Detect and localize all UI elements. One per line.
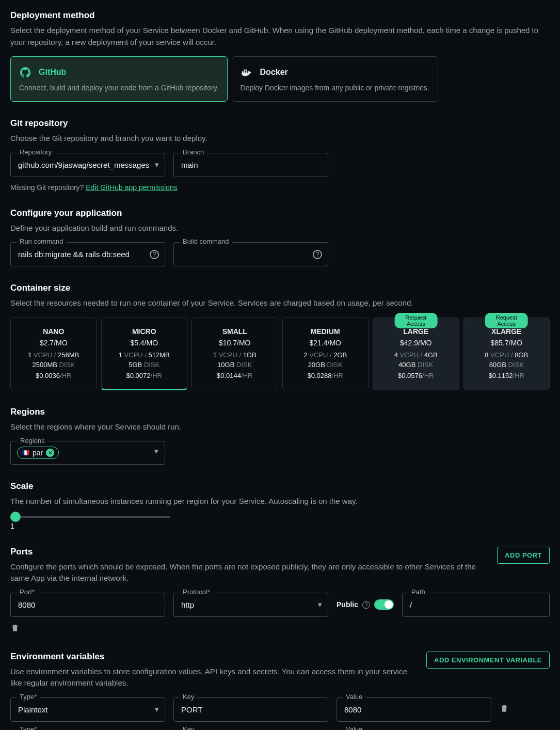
flag-icon: 🇫🇷 bbox=[22, 449, 29, 456]
size-hr: $0.1152/HR bbox=[468, 372, 546, 379]
env-value-input[interactable] bbox=[337, 697, 491, 722]
size-name: NANO bbox=[15, 327, 92, 336]
size-cpu: 1 VCPU / 1GB bbox=[196, 351, 274, 359]
add-env-button[interactable]: ADD ENVIRONMENT VARIABLE bbox=[426, 652, 550, 669]
protocol-input[interactable] bbox=[173, 593, 328, 617]
repo-label: Repository bbox=[17, 148, 55, 156]
deployment-section: Deployment method Select the deployment … bbox=[10, 10, 550, 102]
git-hint-prefix: Missing Git repository? bbox=[10, 183, 86, 192]
size-disk: 10GB DISK bbox=[196, 361, 274, 369]
env-type-label: Type* bbox=[17, 693, 40, 701]
edit-permissions-link[interactable]: Edit GitHub app permissions bbox=[86, 183, 177, 192]
scale-title: Scale bbox=[10, 481, 550, 491]
protocol-field: Protocol* ▾ bbox=[173, 593, 328, 617]
method-docker[interactable]: Docker Deploy Docker images from any pub… bbox=[232, 56, 438, 102]
size-card-small[interactable]: SMALL$10.7/MO1 VCPU / 1GB10GB DISK$0.014… bbox=[191, 318, 278, 390]
env-value-label: Value bbox=[343, 725, 365, 731]
size-name: MEDIUM bbox=[287, 327, 364, 336]
protocol-label: Protocol* bbox=[180, 588, 213, 596]
size-card-xlarge[interactable]: Request AccessXLARGE$85.7/MO8 VCPU / 8GB… bbox=[463, 318, 550, 390]
delete-port-button[interactable] bbox=[10, 624, 20, 634]
region-chip-label: par bbox=[33, 449, 43, 457]
method-github-title: GitHub bbox=[39, 68, 66, 77]
size-cards: NANO$2.7/MO1 VCPU / 256MB2500MB DISK$0.0… bbox=[10, 318, 550, 390]
regions-select[interactable]: Regions 🇫🇷 par ✕ ▾ bbox=[10, 441, 165, 465]
regions-title: Regions bbox=[10, 407, 550, 417]
size-price: $85.7/MO bbox=[468, 339, 546, 347]
size-disk: 20GB DISK bbox=[287, 361, 364, 369]
build-label: Build command bbox=[180, 237, 232, 245]
build-command-field: Build command ? bbox=[173, 242, 328, 266]
env-key-label: Key bbox=[180, 725, 197, 731]
port-label: Port* bbox=[17, 588, 38, 596]
build-input[interactable] bbox=[173, 242, 328, 266]
config-desc: Define your application build and run co… bbox=[10, 223, 550, 234]
git-desc: Choose the Git repository and branch you… bbox=[10, 133, 550, 145]
size-name: XLARGE bbox=[468, 327, 546, 336]
regions-section: Regions Select the regions where your Se… bbox=[10, 407, 550, 465]
remove-icon[interactable]: ✕ bbox=[46, 449, 54, 457]
size-hr: $0.0036/HR bbox=[15, 372, 92, 379]
run-label: Run command bbox=[17, 237, 67, 245]
help-icon[interactable]: ? bbox=[313, 250, 322, 259]
repo-input[interactable] bbox=[10, 153, 165, 177]
port-row: Port* Protocol* ▾ Public ? Path bbox=[10, 593, 550, 617]
git-hint: Missing Git repository? Edit GitHub app … bbox=[10, 183, 550, 192]
config-section: Configure your application Define your a… bbox=[10, 208, 550, 267]
public-toggle-wrap: Public ? bbox=[337, 599, 394, 610]
regions-label: Regions bbox=[17, 437, 48, 445]
region-chip[interactable]: 🇫🇷 par ✕ bbox=[17, 447, 59, 459]
branch-field: Branch bbox=[173, 153, 328, 177]
path-input[interactable] bbox=[402, 593, 550, 617]
slider-thumb[interactable] bbox=[10, 512, 21, 522]
size-cpu: 8 VCPU / 8GB bbox=[468, 351, 546, 359]
size-disk: 2500MB DISK bbox=[15, 361, 92, 369]
add-port-button[interactable]: ADD PORT bbox=[497, 547, 550, 564]
size-card-large[interactable]: Request AccessLARGE$42.9/MO4 VCPU / 4GB4… bbox=[373, 318, 459, 390]
size-cpu: 1 VCPU / 256MB bbox=[15, 351, 92, 359]
size-price: $42.9/MO bbox=[377, 339, 455, 347]
size-hr: $0.0072/HR bbox=[106, 372, 183, 379]
git-title: Git repository bbox=[10, 118, 550, 129]
size-cpu: 1 VCPU / 512MB bbox=[106, 351, 183, 359]
size-price: $5.4/MO bbox=[106, 339, 183, 347]
size-cpu: 2 VCPU / 2GB bbox=[287, 351, 364, 359]
env-section: Environment variables Use environment va… bbox=[10, 652, 550, 731]
run-input[interactable] bbox=[10, 242, 165, 266]
branch-input[interactable] bbox=[173, 153, 328, 177]
scale-desc: The number of simultaneous instances run… bbox=[10, 496, 550, 507]
size-card-micro[interactable]: MICRO$5.4/MO1 VCPU / 512MB5GB DISK$0.007… bbox=[101, 318, 188, 390]
size-card-nano[interactable]: NANO$2.7/MO1 VCPU / 256MB2500MB DISK$0.0… bbox=[10, 318, 97, 390]
env-type-field: Type* ▾ bbox=[10, 697, 165, 722]
docker-icon bbox=[241, 66, 253, 78]
env-row: Type* ▾ Key Value bbox=[10, 697, 550, 722]
method-github[interactable]: GitHub Connect, build and deploy your co… bbox=[10, 56, 228, 102]
scale-slider[interactable] bbox=[10, 516, 170, 518]
env-type-input[interactable] bbox=[10, 697, 165, 722]
method-docker-sub: Deploy Docker images from any public or … bbox=[241, 84, 429, 92]
size-name: MICRO bbox=[106, 327, 183, 336]
size-hr: $0.0576/HR bbox=[377, 372, 455, 379]
size-card-medium[interactable]: MEDIUM$21.4/MO2 VCPU / 2GB20GB DISK$0.02… bbox=[282, 318, 369, 390]
env-desc: Use environment variables to store confi… bbox=[10, 666, 416, 689]
env-key-field: Key bbox=[173, 697, 328, 722]
env-key-label: Key bbox=[180, 693, 197, 701]
request-access-badge: Request Access bbox=[485, 313, 528, 328]
env-key-input[interactable] bbox=[173, 697, 328, 722]
branch-label: Branch bbox=[180, 148, 207, 156]
git-section: Git repository Choose the Git repository… bbox=[10, 118, 550, 192]
public-label: Public bbox=[337, 600, 358, 609]
port-input[interactable] bbox=[10, 593, 165, 617]
delete-env-button[interactable] bbox=[500, 704, 509, 716]
ports-title: Ports bbox=[10, 547, 487, 557]
ports-desc: Configure the ports which should be expo… bbox=[10, 561, 487, 584]
size-name: SMALL bbox=[196, 327, 274, 336]
env-title: Environment variables bbox=[10, 652, 416, 662]
size-hr: $0.0144/HR bbox=[196, 372, 274, 379]
public-toggle[interactable] bbox=[374, 599, 394, 610]
help-icon[interactable]: ? bbox=[362, 601, 370, 609]
size-hr: $0.0288/HR bbox=[287, 372, 364, 379]
help-icon[interactable]: ? bbox=[150, 250, 159, 259]
size-disk: 5GB DISK bbox=[106, 361, 183, 369]
size-price: $21.4/MO bbox=[287, 339, 364, 347]
